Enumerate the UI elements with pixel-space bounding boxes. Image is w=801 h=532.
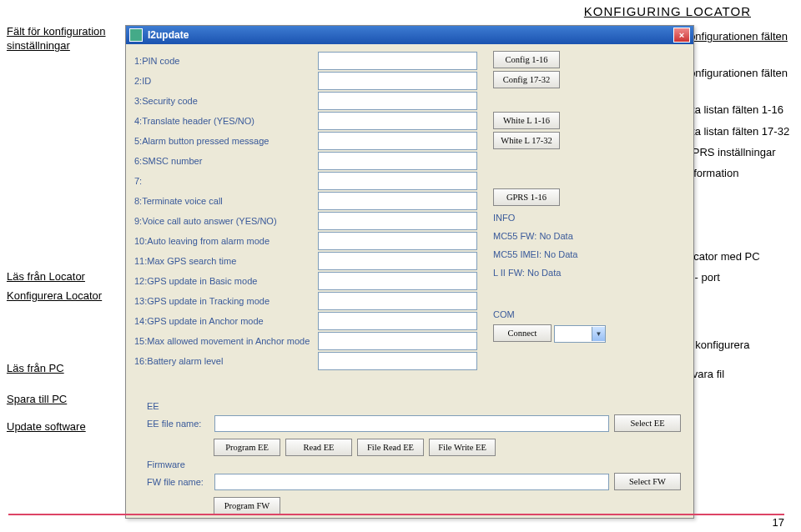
field-gps-tracking[interactable]: [318, 292, 477, 310]
program-fw-button[interactable]: Program FW: [214, 497, 280, 514]
info-block: INFO MC55 FW: No Data MC55 IMEI: No Data…: [493, 213, 577, 286]
field-label: 11:Max GPS search time: [134, 256, 318, 266]
field-label: 14:GPS update in Anchor mode: [134, 316, 318, 326]
field-label: 9:Voice call auto answer (YES/NO): [134, 216, 318, 226]
ee-file-input[interactable]: [214, 415, 609, 432]
i2update-dialog: I2update × 1:PIN code 2:ID 3:Security co…: [125, 25, 694, 519]
field-terminate-voice[interactable]: [318, 192, 477, 210]
chevron-down-icon: ▼: [592, 327, 605, 341]
field-battery-level[interactable]: [318, 352, 477, 370]
field-label: 3:Security code: [134, 96, 318, 106]
field-auto-answer[interactable]: [318, 212, 477, 230]
white-1-16-button[interactable]: White L 1-16: [493, 112, 560, 129]
field-max-gps[interactable]: [318, 252, 477, 270]
field-label: 10:Auto leaving from alarm mode: [134, 236, 318, 246]
page-rule: [8, 514, 784, 515]
select-fw-button[interactable]: Select FW: [614, 473, 681, 490]
field-security-code[interactable]: [318, 92, 477, 110]
button-stack-gprs: GPRS 1-16: [493, 188, 560, 206]
form-area: 1:PIN code 2:ID 3:Security code 4:Transl…: [126, 44, 693, 378]
select-ee-button[interactable]: Select EE: [614, 414, 681, 432]
ee-file-label: EE file name:: [147, 419, 209, 429]
field-label: 6:SMSC number: [134, 156, 318, 166]
field-gps-anchor[interactable]: [318, 312, 477, 330]
fw-file-input[interactable]: [214, 474, 609, 490]
window-title: I2update: [148, 29, 189, 41]
annot-update-software: Update software: [7, 420, 119, 433]
annot-configure-locator: Konfigurera Locator: [7, 289, 119, 304]
fw-label: Firmware: [147, 459, 681, 469]
field-id[interactable]: [318, 72, 477, 90]
config-17-32-button[interactable]: Config 17-32: [493, 71, 560, 88]
app-icon: [129, 28, 143, 42]
com-label: COM: [493, 309, 606, 319]
field-label: 13:GPS update in Tracking mode: [134, 296, 318, 306]
info-header: INFO: [493, 213, 577, 223]
field-label: 8:Terminate voice call: [134, 196, 318, 206]
page-title: KONFIGURING LOCATOR: [584, 4, 751, 18]
left-annotations: Fält för konfiguration sinställningar Lä…: [7, 25, 119, 438]
file-write-ee-button[interactable]: File Write EE: [429, 439, 496, 456]
field-label: 1:PIN code: [134, 56, 318, 66]
field-smsc[interactable]: [318, 152, 477, 170]
white-17-32-button[interactable]: White L 17-32: [493, 132, 560, 149]
page-number: 17: [773, 516, 784, 529]
titlebar: I2update ×: [126, 26, 693, 44]
close-icon[interactable]: ×: [673, 28, 690, 43]
field-label: 15:Max allowed movement in Anchor mode: [134, 336, 318, 346]
field-label: 5:Alarm button pressed message: [134, 136, 318, 146]
field-auto-leave[interactable]: [318, 232, 477, 250]
field-pin-code[interactable]: [318, 52, 477, 70]
read-ee-button[interactable]: Read EE: [285, 439, 352, 456]
ee-block: EE EE file name: Select EE Program EE Re…: [147, 401, 681, 456]
field-label: 2:ID: [134, 76, 318, 86]
file-read-ee-button[interactable]: File Read EE: [357, 439, 424, 456]
info-lii-fw: L II FW: No Data: [493, 268, 577, 278]
ee-label: EE: [147, 401, 681, 411]
field-label: 4:Translate header (YES/NO): [134, 116, 318, 126]
com-port-select[interactable]: ▼: [554, 325, 606, 343]
program-ee-button[interactable]: Program EE: [214, 439, 280, 456]
field-max-movement[interactable]: [318, 332, 477, 350]
config-1-16-button[interactable]: Config 1-16: [493, 51, 560, 68]
fw-file-label: FW file name:: [147, 477, 209, 487]
annot-save-pc: Spara till PC: [7, 393, 119, 405]
field-alarm-message[interactable]: [318, 132, 477, 150]
annot-config-fields: Fält för konfiguration sinställningar: [7, 25, 119, 53]
field-label: 16:Battery alarm level: [134, 356, 318, 366]
annot-read-pc: Läs från PC: [7, 362, 119, 374]
field-label: 12:GPS update in Basic mode: [134, 276, 318, 286]
field-translate-header[interactable]: [318, 112, 477, 130]
gprs-1-16-button[interactable]: GPRS 1-16: [493, 188, 560, 206]
button-stack-config: Config 1-16 Config 17-32 White L 1-16 Wh…: [493, 51, 560, 149]
field-label: 7:: [134, 176, 318, 186]
field-gps-basic[interactable]: [318, 272, 477, 290]
field-7[interactable]: [318, 172, 477, 190]
connect-button[interactable]: Connect: [493, 324, 552, 342]
com-block: COM Connect ▼: [493, 309, 606, 343]
fw-block: Firmware FW file name: Select FW Program…: [147, 459, 681, 514]
annot-read-locator: Läs från Locator: [7, 270, 119, 284]
info-mc55-fw: MC55 FW: No Data: [493, 231, 577, 241]
info-mc55-imei: MC55 IMEI: No Data: [493, 249, 577, 259]
